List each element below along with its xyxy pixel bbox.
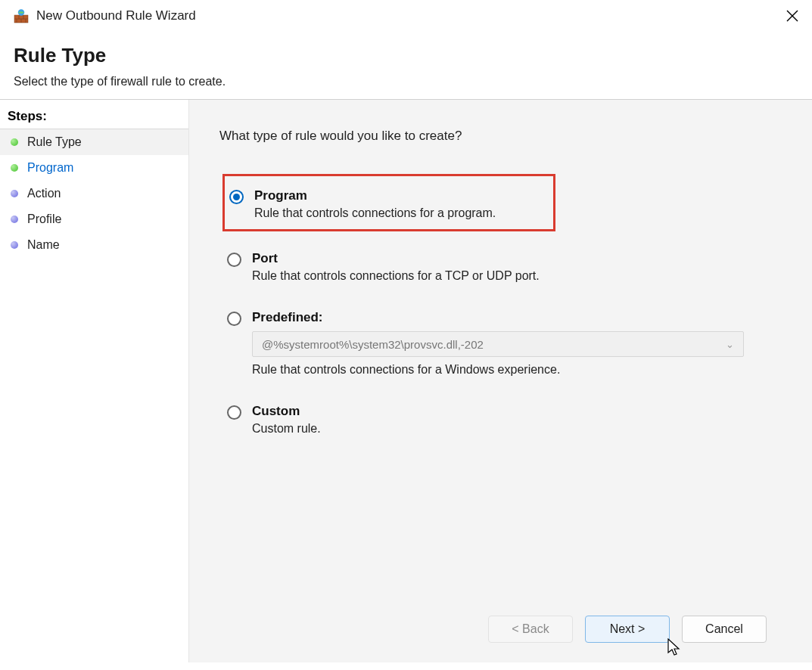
step-profile[interactable]: Profile: [0, 206, 188, 232]
page-title: Rule Type: [14, 44, 798, 67]
rule-type-options: Program Rule that controls connections f…: [222, 174, 789, 457]
wizard-main: What type of rule would you like to crea…: [189, 100, 812, 662]
chevron-down-icon: ⌄: [726, 339, 734, 350]
step-label: Profile: [27, 212, 61, 226]
option-desc: Custom rule.: [252, 422, 321, 436]
close-icon: [786, 10, 798, 22]
option-custom[interactable]: Custom Custom rule.: [222, 398, 789, 440]
predefined-dropdown[interactable]: @%systemroot%\system32\provsvc.dll,-202 …: [252, 331, 744, 357]
cancel-button[interactable]: Cancel: [682, 616, 767, 643]
step-label: Name: [27, 238, 60, 252]
option-desc: Rule that controls connections for a Win…: [252, 363, 744, 377]
option-title: Custom: [252, 404, 321, 419]
step-label: Rule Type: [27, 135, 82, 149]
wizard-buttons: < Back Next > Cancel: [219, 600, 789, 662]
firewall-icon: [14, 8, 29, 23]
dropdown-value: @%systemroot%\system32\provsvc.dll,-202: [262, 338, 484, 351]
bullet-icon: [11, 190, 18, 197]
option-desc: Rule that controls connections for a TCP…: [252, 269, 540, 283]
titlebar: New Outbound Rule Wizard: [0, 0, 812, 32]
page-subtitle: Select the type of firewall rule to crea…: [14, 75, 798, 88]
option-desc: Rule that controls connections for a pro…: [254, 206, 496, 220]
bullet-icon: [11, 138, 18, 146]
step-label[interactable]: Program: [27, 161, 73, 175]
window-title: New Outbound Rule Wizard: [36, 8, 196, 23]
option-program[interactable]: Program Rule that controls connections f…: [222, 174, 555, 231]
radio-predefined[interactable]: [227, 312, 241, 326]
step-program[interactable]: Program: [0, 155, 188, 181]
bullet-icon: [11, 241, 18, 249]
radio-port[interactable]: [227, 253, 241, 267]
steps-sidebar: Steps: Rule Type Program Action Profile …: [0, 100, 189, 662]
option-title: Port: [252, 251, 540, 266]
wizard-body: Steps: Rule Type Program Action Profile …: [0, 100, 812, 662]
steps-heading: Steps:: [0, 104, 188, 129]
page-header: Rule Type Select the type of firewall ru…: [0, 32, 812, 99]
option-title: Predefined:: [252, 310, 744, 325]
option-predefined[interactable]: Predefined: @%systemroot%\system32\provs…: [222, 304, 789, 381]
close-button[interactable]: [782, 5, 803, 26]
step-action[interactable]: Action: [0, 181, 188, 206]
radio-program[interactable]: [229, 190, 244, 204]
step-label: Action: [27, 187, 61, 200]
back-button: < Back: [488, 616, 573, 643]
bullet-icon: [11, 164, 18, 172]
radio-custom[interactable]: [227, 405, 241, 420]
step-rule-type[interactable]: Rule Type: [0, 129, 188, 155]
option-port[interactable]: Port Rule that controls connections for …: [222, 245, 789, 287]
option-title: Program: [254, 188, 496, 203]
bullet-icon: [11, 216, 18, 223]
next-button[interactable]: Next >: [585, 616, 670, 643]
rule-type-prompt: What type of rule would you like to crea…: [219, 129, 789, 144]
step-name[interactable]: Name: [0, 232, 188, 258]
